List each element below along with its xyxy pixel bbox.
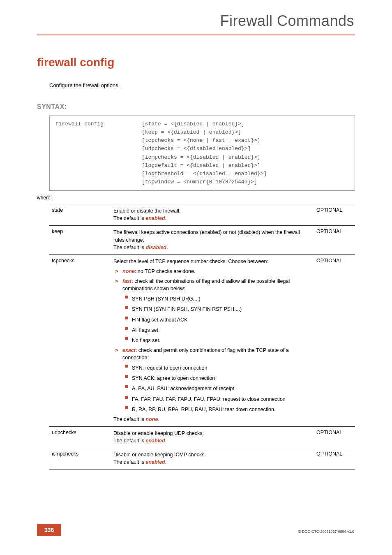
square-bullet-icon <box>125 385 128 388</box>
sub-list-item: SYN ACK: agree to open connection <box>113 375 311 382</box>
table-row: state Enable or disable the firewall. Th… <box>49 204 355 226</box>
syntax-label: SYNTAX: <box>37 103 392 111</box>
default-value: enabled <box>146 459 165 465</box>
sub-list-item: All flags set <box>113 326 311 334</box>
chevron-icon: > <box>115 268 122 275</box>
sub-list-item: SYN: request to open connection <box>113 364 311 372</box>
param-desc-text: Enable or disable the firewall. <box>113 208 180 214</box>
param-desc: The firewall keeps active connections (e… <box>111 226 314 254</box>
table-row: tcpchecks Select the level of TCP sequen… <box>49 254 355 426</box>
syntax-line: [logdefault = <{disabled | enabled}>] <box>142 162 267 170</box>
page-subtitle: Configure the firewall options. <box>49 82 392 88</box>
param-desc-text: Select the level of TCP sequence number … <box>113 259 268 264</box>
param-name: tcpchecks <box>49 254 111 426</box>
syntax-line: [icmpchecks = <{disabled | enabled}>] <box>142 153 267 162</box>
sub-list-item: FA, FAP, FAU, FAP, FAPU, FAU, FPAU: requ… <box>113 395 311 403</box>
document-id: E-DOC-CTC-20061027-0004 v1.0 <box>298 530 354 534</box>
sub-list-item: No flags set. <box>113 337 311 344</box>
bullet-text: FIN flag set without ACK <box>132 316 311 324</box>
option-term: exact <box>122 347 136 353</box>
bullet-text: FA, FAP, FAU, FAP, FAPU, FAU, FPAU: requ… <box>132 395 311 403</box>
syntax-line: [udpchecks = <{disabled|enabled}>] <box>142 145 267 153</box>
list-item: > fast: check all the combinations of fl… <box>113 278 311 292</box>
square-bullet-icon <box>125 375 128 378</box>
default-suffix: . <box>166 245 168 250</box>
default-suffix: . <box>165 459 166 465</box>
bullet-text: SYN: request to open connection <box>132 364 311 372</box>
sub-list-item: A, PA, AU, PAU: acknowledgement of recei… <box>113 385 311 392</box>
syntax-command: firewall config <box>55 120 142 186</box>
syntax-args: [state = <{disabled | enabled}>] [keep =… <box>142 120 267 186</box>
param-req: OPTIONAL <box>314 254 355 426</box>
param-desc-text: The firewall keeps active connections (e… <box>113 229 300 243</box>
default-value: disabled <box>146 245 167 250</box>
param-name: state <box>49 204 111 226</box>
table-row: icmpchecks Disable or enable keeping ICM… <box>49 448 355 469</box>
syntax-line: [tcpwindow = <number{0-1073725440}>] <box>142 178 267 186</box>
param-req: OPTIONAL <box>314 204 355 226</box>
default-suffix: . <box>165 215 166 221</box>
default-prefix: The default is <box>113 416 146 422</box>
list-item: > exact: check and permit only combinati… <box>113 347 311 361</box>
sub-list-item: FIN flag set without ACK <box>113 316 311 324</box>
page-header: Firewall Commands <box>0 0 392 30</box>
option-text: : check and permit only combinations of … <box>122 347 289 361</box>
where-label: where: <box>37 195 392 201</box>
list-item: > none: no TCP checks are done. <box>113 268 311 275</box>
syntax-line: [logthreshold = <{disabled | enabled}>] <box>142 170 267 178</box>
square-bullet-icon <box>125 327 128 330</box>
default-value: enabled <box>146 215 165 221</box>
param-desc-text: Disable or enable keeping ICMP checks. <box>113 452 206 458</box>
param-name: udpchecks <box>49 426 111 448</box>
option-term: none <box>122 268 135 274</box>
param-name: icmpchecks <box>49 448 111 469</box>
param-desc: Disable or enable keeping UDP checks. Th… <box>111 426 314 448</box>
table-row: keep The firewall keeps active connectio… <box>49 226 355 254</box>
syntax-line: [state = <{disabled | enabled}>] <box>142 120 267 128</box>
option-term: fast <box>122 278 131 284</box>
bullet-text: A, PA, AU, PAU: acknowledgement of recei… <box>132 385 311 392</box>
square-bullet-icon <box>125 396 128 399</box>
bullet-text: SYN ACK: agree to open connection <box>132 375 311 382</box>
param-req: OPTIONAL <box>314 448 355 469</box>
param-desc: Select the level of TCP sequence number … <box>111 254 314 426</box>
syntax-box: firewall config [state = <{disabled | en… <box>49 116 355 191</box>
param-table: state Enable or disable the firewall. Th… <box>49 204 355 469</box>
chevron-icon: > <box>115 278 122 292</box>
bullet-text: SYN PSH (SYN PSH URG,...) <box>132 295 311 303</box>
square-bullet-icon <box>125 406 128 409</box>
default-prefix: The default is <box>113 245 146 250</box>
default-value: enabled <box>146 438 165 444</box>
default-value: none <box>146 416 158 422</box>
bullet-text: SYN FIN (SYN FIN PSH, SYN FIN RST PSH,..… <box>132 305 311 313</box>
param-req: OPTIONAL <box>314 226 355 254</box>
bullet-text: R, RA, RP, RU, RPA, RPU, RAU, RPAU: tear… <box>132 406 311 413</box>
default-suffix: . <box>165 438 166 444</box>
bullet-text: No flags set. <box>132 337 311 344</box>
page-number: 336 <box>37 524 61 536</box>
square-bullet-icon <box>125 306 128 309</box>
param-desc: Enable or disable the firewall. The defa… <box>111 204 314 226</box>
bullet-text: All flags set <box>132 326 311 334</box>
syntax-line: [keep = <{disabled | enabled}>] <box>142 128 267 136</box>
default-prefix: The default is <box>113 215 146 221</box>
option-text: : no TCP checks are done. <box>135 268 196 274</box>
page-title: firewall config <box>37 56 392 69</box>
table-row: udpchecks Disable or enable keeping UDP … <box>49 426 355 448</box>
default-prefix: The default is <box>113 459 146 465</box>
param-name: keep <box>49 226 111 254</box>
chevron-icon: > <box>115 347 122 361</box>
header-rule <box>37 35 355 35</box>
param-req: OPTIONAL <box>314 426 355 448</box>
param-desc-text: Disable or enable keeping UDP checks. <box>113 430 204 436</box>
sub-list-item: R, RA, RP, RU, RPA, RPU, RAU, RPAU: tear… <box>113 406 311 413</box>
default-suffix: . <box>158 416 159 422</box>
square-bullet-icon <box>125 365 128 368</box>
default-prefix: The default is <box>113 438 146 444</box>
sub-list-item: SYN FIN (SYN FIN PSH, SYN FIN RST PSH,..… <box>113 305 311 313</box>
square-bullet-icon <box>125 337 128 340</box>
sub-list-item: SYN PSH (SYN PSH URG,...) <box>113 295 311 303</box>
square-bullet-icon <box>125 317 128 319</box>
syntax-line: [tcpchecks = <{none | fast | exact}>] <box>142 136 267 145</box>
square-bullet-icon <box>125 296 128 298</box>
